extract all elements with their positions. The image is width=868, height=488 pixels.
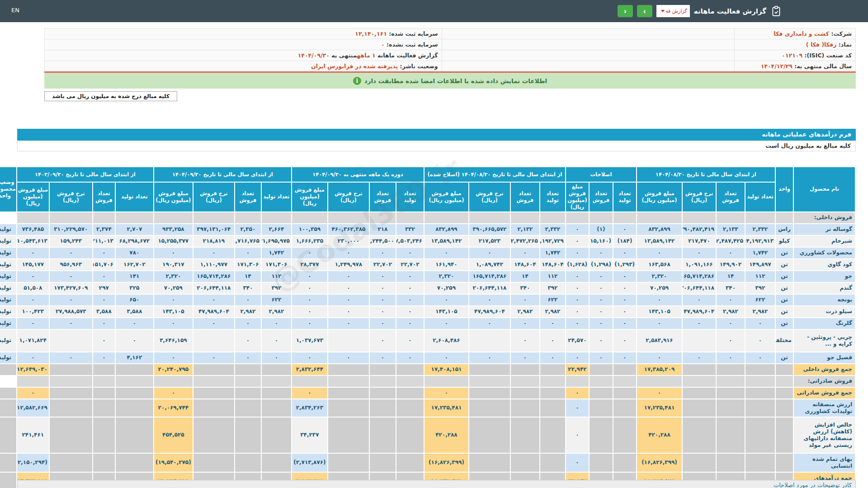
value-cell: ۳۱۰,۲۲۹,۵۷۰	[50, 224, 92, 235]
table-row-data: گندمتن۳۹۲۳۴۰۲۰۶,۶۴۴,۱۱۸۷۰,۲۵۹۰۰۰۳۹۲۳۴۰۲۰…	[0, 283, 855, 294]
monthly-revenue-table-wrapper: نام محصولواحداز ابتدای سال مالی تا تاریخ…	[17, 166, 856, 488]
value-cell: ۳۹۰,۶۶۵,۵۷۲	[469, 224, 510, 235]
section-empty-cell	[17, 376, 49, 387]
summary-value-cell	[745, 454, 775, 472]
value-cell: ۰	[50, 352, 92, 363]
top-header-bar: گزارش فعالیت ماهانه گزارش فعالیت ماهانه …	[0, 0, 868, 22]
summary-value-cell: (۱۲,۱۵۰,۲۹۴)	[17, 454, 49, 472]
summary-empty-cell	[0, 473, 16, 488]
summary-value-cell	[262, 388, 291, 399]
value-cell: ۷,۲۴۴,۵۰۰	[370, 236, 396, 247]
summary-value-cell	[370, 364, 396, 375]
report-type-select[interactable]: گزارش فعالیت ماهانه	[656, 5, 690, 17]
value-cell: ۲,۶۰۸,۴۸۶	[425, 330, 468, 352]
value-cell: ۰	[154, 248, 193, 258]
table-row-fv: بهای تمام شده انتسابی(۱۶,۸۲۶,۳۹۹)۰(۱۶,۸۲…	[0, 454, 855, 472]
value-cell: ۱۷۱,۳۰۶	[235, 259, 261, 270]
value-cell: (۱)	[590, 224, 613, 235]
summary-value-cell: ۰	[425, 388, 468, 399]
summary-value-cell	[328, 388, 369, 399]
value-cell: ۱۴۹,۹۰۲	[717, 259, 745, 270]
summary-value-cell: ۴۲۰,۲۸۸	[637, 418, 682, 453]
page: گزارش فعالیت ماهانه گزارش فعالیت ماهانه …	[0, 0, 868, 488]
page-title: گزارش فعالیت ماهانه	[694, 7, 766, 15]
value-cell: ۳۹۲	[540, 283, 565, 294]
unit-cell: تن	[776, 271, 793, 282]
value-cell: ۶۲,۴۸۷,۴۲۵	[717, 236, 745, 247]
summary-value-cell	[540, 388, 565, 399]
value-cell: ۶۲,۴۷۲,۲۶۵	[511, 236, 539, 247]
summary-value-cell	[613, 364, 636, 375]
summary-empty-cell	[776, 454, 793, 472]
unit-cell: تن	[776, 295, 793, 305]
previous-report-button[interactable]: ‹	[618, 5, 633, 17]
value-cell: ۰	[396, 248, 424, 258]
value-cell: ۰	[370, 352, 396, 363]
value-cell: ۰	[193, 352, 234, 363]
value-cell: ۱,۰۹۱,۱۶۶	[683, 259, 716, 270]
section-empty-cell	[154, 212, 193, 223]
company-info-row: شرکت: کشت و دامداری فکاسرمایه ثبت شده: ۱…	[45, 28, 856, 39]
value-cell: ۲۱۷,۵۲۳	[469, 236, 510, 247]
value-cell: ۰	[637, 295, 682, 305]
value-cell: ۰	[613, 283, 636, 294]
company-info-row: نماد: زفکا( فکا )سرمایه ثبت نشده: ۰	[45, 39, 856, 50]
value-cell: ۱۴۸,۶۰۴	[540, 259, 565, 270]
section-empty-cell	[425, 376, 468, 387]
summary-value-cell	[511, 454, 539, 472]
value-cell: ۰	[590, 283, 613, 294]
value-cell: ۳۹۷,۱۳۱,۰۶۴	[193, 224, 234, 235]
summary-value-cell	[683, 364, 716, 375]
value-cell: ۰	[17, 295, 49, 305]
company-info-spacer	[442, 61, 734, 72]
summary-value-cell	[396, 418, 424, 453]
section-empty-cell	[776, 376, 793, 387]
value-cell: ۲,۱۳۳	[717, 224, 745, 235]
section-empty-cell	[50, 212, 92, 223]
table-row-data: سیلو ذرتتن۲,۹۸۲۲,۹۸۲۴۷,۹۸۹,۶۰۴۱۴۳,۱۰۵۰۰۰…	[0, 306, 855, 317]
value-cell: ۰	[50, 318, 92, 329]
value-cell: ۲,۳۲۰	[154, 271, 193, 282]
value-cell: ۱۶۵,۷۱۴,۲۸۶	[683, 271, 716, 282]
summary-value-cell: ۲,۸۳۴,۲۶۳	[292, 399, 327, 417]
value-cell: ۰	[370, 318, 396, 329]
summary-empty-cell	[776, 388, 793, 399]
product-name-cell: یونجه	[794, 295, 855, 305]
col-group-header: از ابتدای سال مالی تا تاریخ ۱۴۰۳/۰۹/۳۰	[17, 167, 153, 182]
status-cell: تولید	[0, 236, 16, 247]
summary-value-cell	[540, 399, 565, 417]
value-cell: ۲۲,۷۰۲	[370, 259, 396, 270]
section-empty-cell	[328, 212, 369, 223]
section-empty-cell	[683, 212, 716, 223]
value-cell: ۰	[425, 352, 468, 363]
col-sub-header: تعداد تولید	[540, 183, 565, 211]
value-cell: ۰	[396, 330, 424, 352]
summary-value-cell: ۴۲۰,۲۸۸	[425, 418, 468, 453]
table-row-fv: ارزش منصفانه تولیدات کشاورزی۱۷,۲۳۵,۴۸۱۰۱…	[0, 399, 855, 417]
value-cell: ۰	[262, 330, 291, 352]
value-cell: ۱۰۰,۴۲۳	[17, 306, 49, 317]
summary-value-cell	[717, 399, 745, 417]
value-cell: ۲۸,۳۷۷	[292, 259, 327, 270]
value-cell: ۶۴,۱۹۲,۷۲۹	[540, 236, 565, 247]
col-group-header: اصلاحات	[566, 167, 636, 182]
value-cell: ۰	[17, 318, 49, 329]
summary-value-cell	[613, 418, 636, 453]
value-cell: ۳,۵۸۸	[93, 306, 115, 317]
language-switch-link[interactable]: EN	[11, 7, 19, 14]
summary-value-cell: (۱۶,۸۲۶,۳۹۹)	[425, 454, 468, 472]
value-cell: ۰	[328, 271, 369, 282]
value-cell: ۰	[93, 295, 115, 305]
value-cell: ۰	[154, 318, 193, 329]
value-cell: ۶۴,۱۹۲,۹۱۳	[745, 236, 775, 247]
table-row-data: کود گاويتن۱۴۹,۸۹۷۱۴۹,۹۰۲۱,۰۹۱,۱۶۶۱۶۳,۵۶۸…	[0, 259, 855, 270]
value-cell: ۷۰,۲۵۹	[637, 283, 682, 294]
value-cell: ۲,۳۵۰	[235, 224, 261, 235]
summary-value-cell: ۰	[17, 388, 49, 399]
next-report-button[interactable]: ›	[637, 5, 652, 17]
section-empty-cell	[93, 376, 115, 387]
summary-name-cell: جمع فروش داخلی	[794, 364, 855, 375]
value-cell: ۱۴۵,۱۷۷	[17, 259, 49, 270]
value-cell: ۰	[425, 248, 468, 258]
value-cell: ۰	[566, 306, 589, 317]
